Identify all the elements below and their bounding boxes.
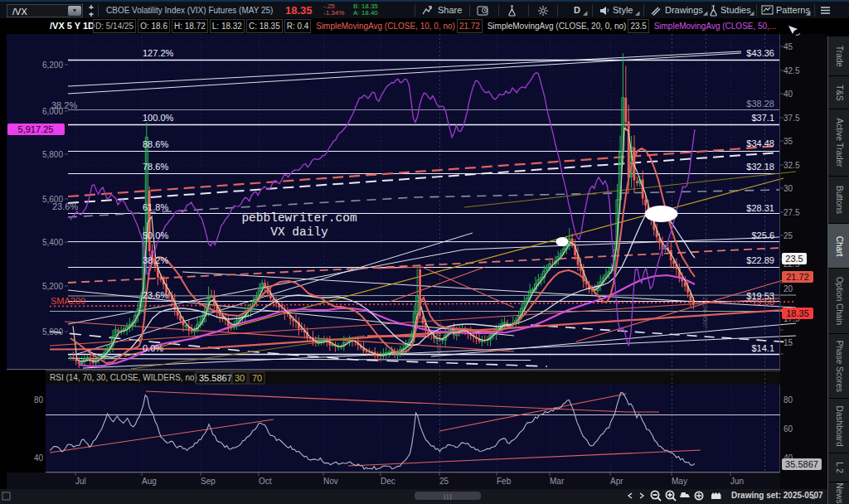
svg-text:127.2%: 127.2% [143, 48, 174, 58]
svg-text:38.2%: 38.2% [143, 255, 168, 265]
svg-text:80: 80 [34, 395, 44, 405]
svg-text:88.6%: 88.6% [143, 139, 168, 149]
svg-text:100.0%: 100.0% [143, 113, 174, 123]
svg-text:$37.1: $37.1 [751, 113, 774, 123]
svg-text:25: 25 [784, 231, 793, 240]
svg-text:Aug: Aug [142, 477, 157, 486]
svg-text:Jul: Jul [75, 477, 86, 486]
svg-text:27.5: 27.5 [784, 208, 800, 217]
svg-text:15: 15 [784, 338, 793, 347]
svg-text:Oct: Oct [259, 477, 272, 486]
svg-text:Dec: Dec [381, 477, 395, 486]
svg-text:0.0%: 0.0% [143, 343, 163, 353]
svg-text:Nov: Nov [323, 477, 338, 486]
svg-text:30: 30 [235, 373, 245, 383]
svg-text:50.0%: 50.0% [143, 230, 168, 240]
svg-text:42.5: 42.5 [784, 66, 800, 75]
svg-text:$38.28: $38.28 [746, 99, 774, 109]
svg-text:$32.18: $32.18 [746, 162, 774, 172]
svg-text:23.5: 23.5 [785, 254, 803, 264]
svg-text:May: May [672, 477, 687, 486]
svg-text:VX daily: VX daily [270, 225, 328, 239]
svg-text:37.5: 37.5 [784, 114, 800, 123]
svg-text:Drawing set: 2025-0507: Drawing set: 2025-0507 [731, 491, 823, 500]
svg-text:21.72: 21.72 [786, 272, 809, 282]
svg-text:6,000: 6,000 [42, 107, 63, 116]
svg-text:40: 40 [34, 453, 44, 463]
svg-text:40: 40 [784, 90, 793, 99]
svg-text:20: 20 [784, 284, 793, 293]
svg-text:Feb: Feb [497, 477, 512, 486]
svg-text:80: 80 [784, 395, 793, 405]
svg-text:35.5867: 35.5867 [199, 373, 232, 383]
svg-text:5,800: 5,800 [42, 150, 63, 159]
svg-text:$34.48: $34.48 [746, 138, 774, 148]
svg-text:70: 70 [252, 373, 262, 383]
svg-text:23.6%: 23.6% [143, 290, 168, 300]
svg-text:35: 35 [784, 137, 793, 146]
svg-text:35.5867: 35.5867 [785, 459, 818, 469]
svg-text:pebblewriter.com: pebblewriter.com [241, 211, 357, 225]
svg-text:25: 25 [439, 477, 449, 486]
svg-text:5,600: 5,600 [42, 195, 63, 204]
svg-text:$22.89: $22.89 [746, 255, 774, 265]
svg-text:RSI (14, 70, 30, CLOSE, WILDER: RSI (14, 70, 30, CLOSE, WILDERS, no) [50, 373, 197, 382]
svg-text:5,200: 5,200 [42, 282, 63, 291]
svg-text:$28.31: $28.31 [746, 203, 774, 213]
svg-text:45: 45 [784, 42, 793, 51]
svg-text:6,200: 6,200 [42, 61, 63, 70]
svg-text:Sep: Sep [201, 477, 216, 486]
svg-text:| | |: | | | [444, 493, 452, 500]
svg-text:SMA200: SMA200 [51, 296, 85, 306]
svg-text:Jun: Jun [730, 477, 744, 486]
svg-text:61.8%: 61.8% [143, 202, 168, 212]
svg-text:$43.36: $43.36 [746, 48, 774, 58]
svg-text:$14.1: $14.1 [751, 343, 774, 353]
svg-text:Apr: Apr [610, 477, 623, 486]
svg-text:Mar: Mar [550, 477, 565, 486]
svg-text:30: 30 [784, 184, 793, 193]
svg-text:78.6%: 78.6% [143, 162, 168, 172]
svg-text:5,917.25: 5,917.25 [18, 124, 54, 134]
svg-text:$25.6: $25.6 [751, 230, 774, 240]
svg-text:18.35: 18.35 [786, 308, 809, 318]
svg-text:5,400: 5,400 [42, 238, 63, 247]
svg-text:60: 60 [784, 424, 793, 434]
svg-text:$19.53: $19.53 [746, 291, 774, 301]
svg-text:32.5: 32.5 [784, 161, 800, 170]
svg-text:5,000: 5,000 [42, 327, 63, 337]
